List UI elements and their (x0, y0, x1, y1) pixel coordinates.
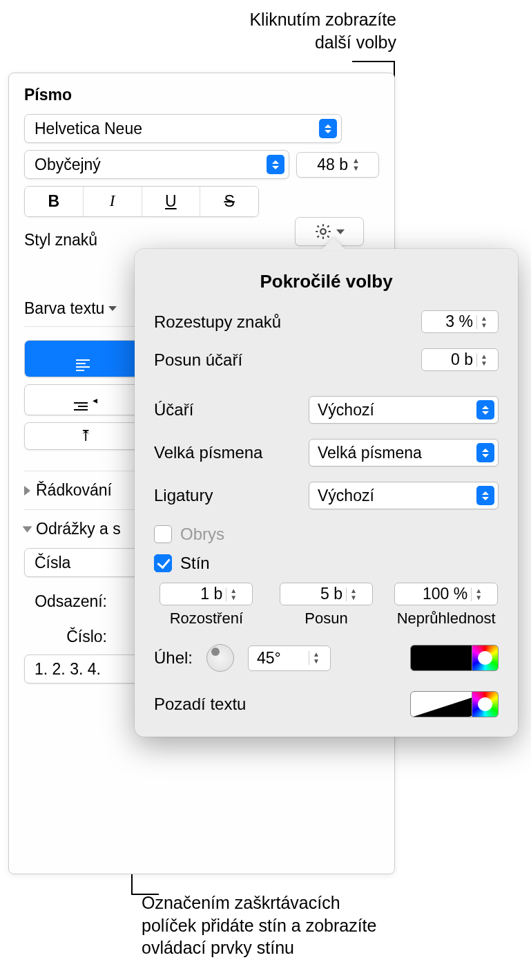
stepper-up-icon[interactable]: ▲ (475, 587, 482, 594)
shadow-checkbox[interactable] (154, 554, 172, 572)
baseline-shift-label: Posun účaří (154, 350, 242, 370)
vertical-align-popup[interactable]: ⤒ (24, 422, 142, 450)
shadow-opacity-input[interactable] (402, 585, 467, 603)
vertical-align-top-icon: ⤒ (35, 427, 137, 445)
font-style-segmented: B I U S (24, 186, 259, 217)
shadow-controls: ▲▼ Rozostření ▲▼ Posun ▲▼ Neprůhlednost (154, 583, 499, 628)
stepper-down-icon[interactable]: ▼ (475, 594, 482, 601)
bg-color-well[interactable] (410, 691, 472, 717)
tracking-row: Rozestupy znaků ▲▼ (154, 310, 499, 333)
shadow-blur-input[interactable] (167, 585, 222, 603)
strikethrough-button[interactable]: S (200, 187, 258, 216)
linespacing-label: Řádkování (36, 481, 112, 500)
disclosure-triangle-icon (23, 526, 32, 532)
stepper-down-icon[interactable]: ▼ (313, 658, 320, 665)
popup-arrows-icon (319, 119, 337, 138)
popup-arrows-icon (476, 443, 494, 462)
shadow-opacity-stepper[interactable]: ▲▼ (471, 587, 482, 601)
shadow-offset-label: Posun (305, 610, 347, 628)
shadow-color-well[interactable] (410, 645, 472, 671)
caps-popup[interactable]: Velká písmena (309, 439, 499, 467)
outline-checkbox[interactable] (154, 525, 172, 543)
stepper-down-icon[interactable]: ▼ (350, 594, 357, 601)
font-style-popup[interactable]: Obyčejný (24, 150, 289, 179)
font-family-popup[interactable]: Helvetica Neue (24, 114, 342, 143)
stepper-down-icon[interactable]: ▼ (481, 360, 487, 367)
callout-top-text: Kliknutím zobrazíte další volby (249, 10, 396, 52)
font-size-stepper[interactable]: ▲ ▼ (352, 157, 360, 172)
bullets-label: Odrážky a s (36, 520, 121, 538)
baseline-shift-input[interactable] (429, 350, 473, 369)
popover-title: Pokročilé volby (154, 271, 499, 292)
popup-arrows-icon (476, 400, 494, 420)
shadow-opacity-field[interactable]: ▲▼ (394, 583, 498, 605)
bg-text-label: Pozadí textu (154, 695, 246, 714)
shadow-offset-stepper[interactable]: ▲▼ (346, 587, 357, 601)
chevron-down-icon (336, 229, 345, 234)
angle-dial[interactable] (206, 644, 234, 672)
tracking-stepper[interactable]: ▲▼ (476, 315, 487, 329)
stepper-down-icon[interactable]: ▼ (481, 322, 487, 329)
font-size-input[interactable] (307, 156, 348, 174)
shadow-color-controls (410, 645, 499, 671)
outline-label: Obrys (180, 525, 224, 544)
font-style-value: Obyčejný (35, 156, 101, 174)
ligatures-row: Ligatury Výchozí (154, 482, 499, 509)
indent-icon (74, 402, 88, 411)
stepper-up-icon[interactable]: ▲ (230, 587, 237, 594)
indent-label: Odsazení: (24, 592, 107, 611)
number-label: Číslo: (24, 628, 107, 646)
italic-button[interactable]: I (84, 187, 142, 216)
angle-input[interactable] (257, 649, 305, 668)
align-left-icon (76, 359, 90, 371)
stepper-up-icon[interactable]: ▲ (350, 587, 357, 594)
baseline-popup[interactable]: Výchozí (309, 396, 499, 424)
angle-field[interactable]: ▲▼ (248, 646, 331, 671)
shadow-label: Stín (180, 554, 210, 573)
ligatures-label: Ligatury (154, 486, 213, 505)
shadow-offset-input[interactable] (287, 585, 342, 603)
ligatures-value: Výchozí (318, 487, 374, 505)
popup-arrows-icon (476, 486, 494, 505)
shadow-blur-stepper[interactable]: ▲▼ (226, 587, 237, 601)
callout-top: Kliknutím zobrazíte další volby (249, 8, 396, 53)
outline-checkbox-row[interactable]: Obrys (154, 525, 499, 544)
angle-dial-handle-icon (211, 648, 220, 656)
color-picker-button[interactable] (472, 691, 499, 717)
caps-value: Velká písmena (318, 444, 422, 462)
color-picker-button[interactable] (472, 645, 499, 671)
stepper-down-icon[interactable]: ▼ (352, 164, 360, 172)
tracking-label: Rozestupy znaků (154, 312, 281, 332)
shadow-angle-row: Úhel: ▲▼ (154, 644, 499, 672)
baseline-shift-stepper[interactable]: ▲▼ (476, 353, 487, 367)
shadow-checkbox-row[interactable]: Stín (154, 554, 499, 573)
font-size-field[interactable]: ▲ ▼ (296, 152, 379, 178)
baseline-shift-field[interactable]: ▲▼ (421, 348, 499, 371)
angle-label: Úhel: (154, 648, 193, 668)
bg-text-row: Pozadí textu (154, 691, 499, 717)
underline-button[interactable]: U (142, 187, 201, 216)
number-format-value: 1. 2. 3. 4. (35, 660, 101, 679)
shadow-blur-field[interactable]: ▲▼ (160, 583, 253, 605)
tracking-field[interactable]: ▲▼ (421, 310, 499, 333)
bold-button[interactable]: B (25, 187, 84, 216)
align-left-button[interactable] (25, 341, 141, 377)
bullets-style-value: Čísla (35, 554, 70, 572)
popup-arrows-icon (267, 155, 284, 174)
font-section-title: Písmo (24, 86, 379, 104)
stepper-up-icon[interactable]: ▲ (481, 315, 487, 322)
stepper-down-icon[interactable]: ▼ (230, 594, 237, 601)
angle-stepper[interactable]: ▲▼ (309, 651, 320, 665)
shadow-blur-label: Rozostření (170, 610, 243, 628)
shadow-offset-field[interactable]: ▲▼ (280, 583, 373, 605)
baseline-row: Účaří Výchozí (154, 396, 499, 424)
advanced-options-popover: Pokročilé volby Rozestupy znaků ▲▼ Posun… (135, 249, 518, 737)
stepper-up-icon[interactable]: ▲ (481, 353, 487, 360)
ligatures-popup[interactable]: Výchozí (309, 482, 499, 509)
svg-point-0 (320, 229, 326, 234)
baseline-value: Výchozí (318, 401, 374, 420)
callout-bottom: Označením zaškrtávacích políček přidáte … (142, 892, 376, 959)
tracking-input[interactable] (429, 312, 473, 331)
indent-popup[interactable]: ◂ (24, 384, 142, 415)
shadow-opacity-label: Neprůhlednost (397, 610, 496, 628)
